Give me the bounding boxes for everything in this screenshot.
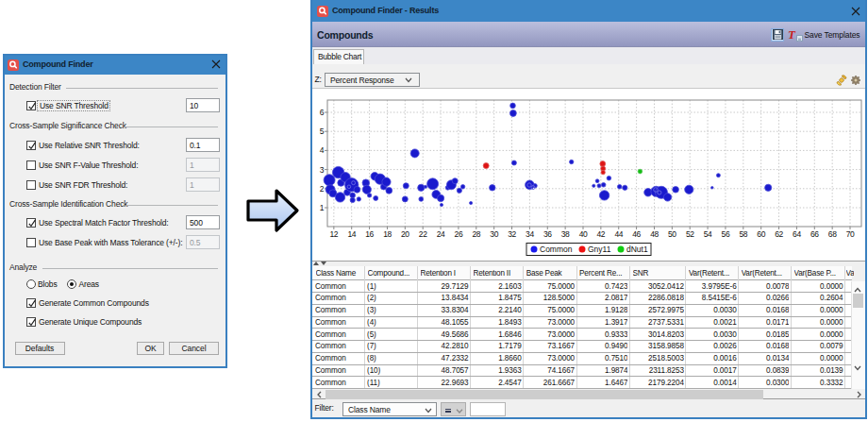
svg-text:58: 58 [739, 229, 747, 239]
svg-text:44: 44 [614, 229, 623, 239]
svg-text:62: 62 [775, 229, 783, 239]
svg-text:14: 14 [347, 229, 356, 239]
svg-text:52: 52 [686, 229, 694, 239]
svg-text:38: 38 [561, 229, 570, 239]
svg-text:16: 16 [365, 229, 374, 239]
svg-text:5: 5 [320, 127, 325, 136]
svg-text:18: 18 [383, 229, 392, 239]
svg-text:34: 34 [526, 229, 534, 239]
svg-text:28: 28 [472, 229, 480, 239]
svg-text:66: 66 [810, 229, 819, 239]
svg-text:24: 24 [437, 229, 445, 239]
svg-text:2: 2 [320, 184, 325, 194]
svg-text:26: 26 [455, 229, 463, 239]
svg-text:60: 60 [757, 229, 765, 239]
svg-text:22: 22 [419, 229, 427, 239]
svg-text:dNut1: dNut1 [626, 245, 648, 254]
svg-text:70: 70 [846, 229, 855, 239]
svg-text:56: 56 [722, 229, 730, 239]
svg-text:12: 12 [330, 229, 339, 239]
svg-text:46: 46 [632, 229, 641, 239]
svg-text:54: 54 [704, 229, 712, 239]
svg-text:36: 36 [543, 229, 552, 239]
svg-text:3: 3 [320, 165, 325, 175]
svg-text:40: 40 [579, 229, 588, 239]
svg-text:Gny11: Gny11 [588, 245, 611, 254]
svg-text:42: 42 [597, 229, 606, 239]
svg-text:Common: Common [540, 245, 573, 254]
svg-text:48: 48 [650, 229, 659, 239]
svg-text:6: 6 [320, 108, 325, 117]
svg-text:68: 68 [828, 229, 837, 239]
svg-text:50: 50 [668, 229, 676, 239]
svg-text:1: 1 [320, 203, 325, 212]
svg-text:64: 64 [793, 229, 801, 239]
svg-text:32: 32 [508, 229, 516, 239]
svg-text:20: 20 [401, 229, 409, 239]
svg-text:4: 4 [320, 145, 325, 155]
svg-text:30: 30 [490, 229, 498, 239]
